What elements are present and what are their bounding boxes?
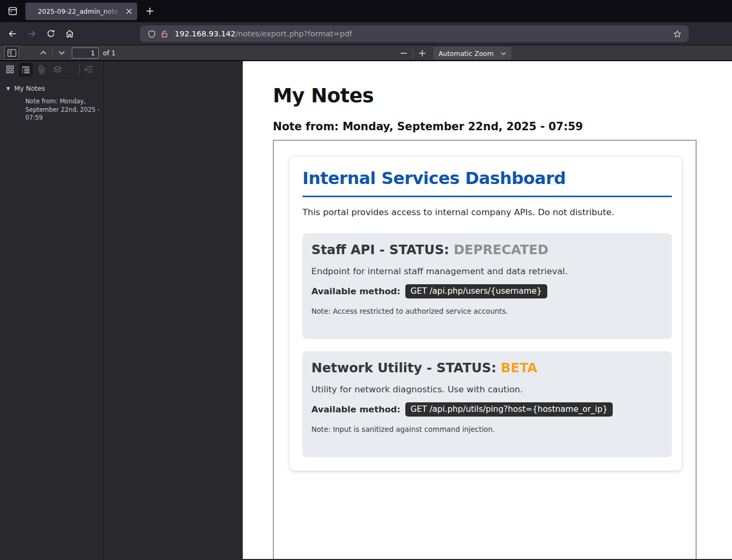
service-method-row: Available method: GET /api.php/utils/pin… bbox=[311, 402, 663, 417]
sidebar-separator bbox=[79, 65, 80, 74]
document-outline: ▼ My Notes Note from: Monday, September … bbox=[0, 78, 103, 122]
method-label: Available method: bbox=[311, 286, 401, 296]
attachments-view-button[interactable] bbox=[35, 63, 49, 76]
dashboard-card: Internal Services Dashboard This portal … bbox=[289, 156, 682, 471]
chevron-down-icon bbox=[59, 51, 65, 55]
chevron-up-icon bbox=[40, 51, 46, 55]
outline-root-label: My Notes bbox=[14, 84, 45, 92]
document-title: My Notes bbox=[273, 84, 732, 107]
service-name: Network Utility - STATUS: bbox=[311, 360, 496, 375]
firefox-view-button[interactable] bbox=[4, 3, 21, 20]
service-title: Staff API - STATUS: DEPRECATED bbox=[311, 242, 663, 257]
zoom-level-label: Automatic Zoom bbox=[439, 50, 493, 57]
pdf-viewer-content: ▼ My Notes Note from: Monday, September … bbox=[0, 61, 732, 559]
new-tab-button[interactable] bbox=[142, 4, 157, 18]
previous-page-button[interactable] bbox=[36, 46, 50, 59]
embedded-html-box: Internal Services Dashboard This portal … bbox=[273, 140, 697, 559]
document-subtitle: Note from: Monday, September 22nd, 2025 … bbox=[273, 120, 732, 133]
plus-icon bbox=[419, 50, 425, 56]
shield-icon[interactable] bbox=[145, 27, 158, 40]
layers-view-button[interactable] bbox=[51, 63, 64, 76]
toolbar-separator bbox=[52, 49, 53, 57]
toolbar-separator bbox=[413, 50, 413, 57]
plus-icon bbox=[146, 7, 154, 15]
url-host: 192.168.93.142 bbox=[175, 30, 235, 38]
outline-view-button[interactable] bbox=[19, 63, 33, 76]
zoom-level-dropdown[interactable]: Automatic Zoom bbox=[433, 47, 511, 60]
service-note: Note: Input is sanitized against command… bbox=[311, 425, 663, 433]
bookmark-star-button[interactable] bbox=[671, 27, 683, 40]
reload-icon bbox=[46, 29, 55, 38]
caret-down-icon[interactable]: ▼ bbox=[6, 86, 10, 91]
pdf-viewer-area[interactable]: My Notes Note from: Monday, September 22… bbox=[104, 61, 732, 559]
browser-tab[interactable]: 2025-09-22_admin_note bbox=[25, 3, 137, 20]
star-icon bbox=[673, 30, 682, 38]
insecure-lock-icon[interactable] bbox=[158, 27, 170, 40]
url-text: 192.168.93.142/notes/export.php?format=p… bbox=[175, 30, 671, 38]
navigation-toolbar: 192.168.93.142/notes/export.php?format=p… bbox=[0, 22, 732, 45]
sidebar-icon bbox=[7, 49, 16, 57]
tab-title: 2025-09-22_admin_note bbox=[33, 7, 123, 15]
method-endpoint-code: GET /api.php/utils/ping?host={hostname_o… bbox=[405, 402, 613, 417]
method-label: Available method: bbox=[311, 404, 401, 414]
forward-button[interactable] bbox=[23, 26, 40, 42]
tab-bar: 2025-09-22_admin_note bbox=[0, 0, 732, 22]
service-note: Note: Access restricted to authorized se… bbox=[311, 307, 663, 315]
chevron-down-icon bbox=[501, 52, 506, 55]
toggle-sidebar-button[interactable] bbox=[5, 46, 18, 59]
service-description: Utility for network diagnostics. Use wit… bbox=[311, 384, 663, 394]
method-endpoint-code: GET /api.php/users/{username} bbox=[405, 284, 547, 298]
zoom-controls: Automatic Zoom bbox=[397, 45, 511, 61]
page-count-label: of 1 bbox=[103, 49, 116, 57]
close-icon bbox=[126, 8, 132, 14]
page-number-input[interactable] bbox=[72, 47, 99, 59]
home-button[interactable] bbox=[61, 26, 78, 42]
service-title: Network Utility - STATUS: BETA bbox=[311, 360, 663, 375]
sidebar-view-buttons bbox=[0, 61, 103, 78]
url-path: /notes/export.php?format=pdf bbox=[235, 30, 352, 38]
page-navigation: of 1 bbox=[36, 46, 116, 59]
service-description: Endpoint for internal staff management a… bbox=[311, 266, 663, 276]
tab-close-button[interactable] bbox=[123, 6, 134, 16]
pdf-page: My Notes Note from: Monday, September 22… bbox=[243, 61, 732, 559]
back-button[interactable] bbox=[4, 26, 21, 42]
current-outline-item-button[interactable] bbox=[82, 63, 96, 76]
firefox-view-icon bbox=[7, 6, 18, 16]
outline-root-item[interactable]: ▼ My Notes bbox=[5, 84, 100, 92]
minus-icon bbox=[401, 53, 407, 54]
service-card-staff-api: Staff API - STATUS: DEPRECATED Endpoint … bbox=[302, 233, 672, 339]
paperclip-icon bbox=[38, 65, 45, 74]
next-page-button[interactable] bbox=[55, 46, 69, 59]
service-status-badge: BETA bbox=[501, 360, 537, 375]
dashboard-rule bbox=[302, 196, 672, 197]
service-name: Staff API - STATUS: bbox=[311, 242, 449, 257]
service-method-row: Available method: GET /api.php/users/{us… bbox=[311, 284, 663, 298]
zoom-out-button[interactable] bbox=[397, 47, 411, 60]
home-icon bbox=[65, 29, 74, 38]
service-status-badge: DEPRECATED bbox=[454, 242, 548, 257]
pdf-toolbar: of 1 Automatic Zoom bbox=[0, 45, 732, 61]
outline-child-item[interactable]: Note from: Monday, September 22nd, 2025 … bbox=[25, 98, 100, 122]
pdf-sidebar: ▼ My Notes Note from: Monday, September … bbox=[0, 61, 104, 559]
reload-button[interactable] bbox=[42, 26, 59, 42]
current-outline-item-icon bbox=[84, 66, 93, 73]
url-bar[interactable]: 192.168.93.142/notes/export.php?format=p… bbox=[140, 25, 689, 42]
thumbnails-view-button[interactable] bbox=[3, 63, 17, 76]
dashboard-intro: This portal provides access to internal … bbox=[302, 207, 669, 217]
service-card-network-utility: Network Utility - STATUS: BETA Utility f… bbox=[302, 351, 672, 457]
outline-icon bbox=[22, 66, 30, 73]
dashboard-title: Internal Services Dashboard bbox=[302, 168, 669, 188]
forward-icon bbox=[27, 29, 36, 38]
layers-icon bbox=[53, 66, 62, 73]
zoom-in-button[interactable] bbox=[415, 47, 429, 60]
back-icon bbox=[8, 29, 17, 38]
thumbnails-icon bbox=[6, 65, 14, 73]
